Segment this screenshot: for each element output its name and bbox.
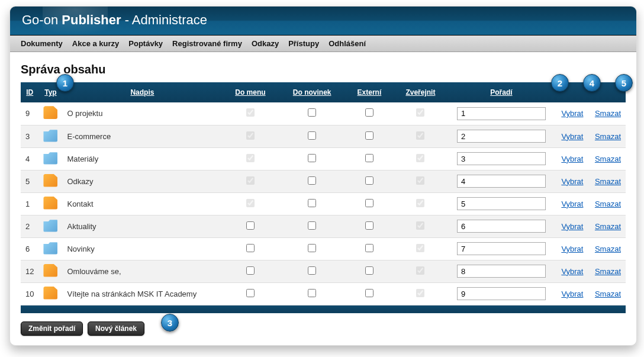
- pub-checkbox: [416, 266, 424, 275]
- delete-link[interactable]: Smazat: [595, 200, 621, 208]
- delete-link[interactable]: Smazat: [595, 267, 621, 276]
- delete-link[interactable]: Smazat: [595, 109, 621, 118]
- callout-1: 1: [56, 74, 74, 92]
- order-input[interactable]: [457, 287, 546, 300]
- cell-pub: [393, 282, 448, 305]
- cell-order: [448, 125, 555, 147]
- select-link[interactable]: Vybrat: [561, 177, 583, 186]
- nav-item-2[interactable]: Poptávky: [128, 39, 163, 48]
- select-link[interactable]: Vybrat: [561, 267, 583, 276]
- cell-news: [278, 282, 346, 305]
- ext-checkbox[interactable]: [365, 244, 373, 252]
- ext-checkbox[interactable]: [365, 289, 373, 297]
- delete-link[interactable]: Smazat: [595, 245, 621, 253]
- order-input[interactable]: [457, 152, 546, 165]
- select-link[interactable]: Vybrat: [561, 245, 583, 253]
- table-row: 5OdkazyVybratSmazat: [21, 170, 626, 192]
- ext-checkbox[interactable]: [365, 221, 373, 230]
- news-checkbox[interactable]: [308, 221, 316, 230]
- order-input[interactable]: [457, 220, 546, 233]
- cell-id: 4: [21, 147, 38, 170]
- news-checkbox[interactable]: [308, 108, 316, 117]
- order-input[interactable]: [457, 197, 546, 210]
- nav-item-1[interactable]: Akce a kurzy: [72, 39, 120, 48]
- nav-bar: DokumentyAkce a kurzyPoptávkyRegistrovan…: [10, 36, 636, 52]
- menu-checkbox[interactable]: [246, 221, 255, 230]
- cell-ext: [346, 192, 393, 215]
- nav-item-3[interactable]: Registrované firmy: [172, 39, 242, 48]
- cell-news: [278, 147, 346, 170]
- document-icon: [43, 264, 57, 277]
- cell-title: Odkazy: [62, 170, 222, 192]
- ext-checkbox[interactable]: [365, 131, 373, 140]
- col-news[interactable]: Do novinek: [278, 82, 346, 102]
- col-publish[interactable]: Zveřejnit: [393, 82, 448, 102]
- delete-link[interactable]: Smazat: [595, 177, 621, 186]
- ext-checkbox[interactable]: [365, 199, 373, 207]
- delete-link[interactable]: Smazat: [595, 222, 621, 231]
- cell-delete: Smazat: [590, 170, 626, 192]
- col-id[interactable]: ID: [21, 82, 38, 102]
- order-input[interactable]: [457, 107, 546, 120]
- order-input[interactable]: [457, 242, 546, 255]
- pub-checkbox: [416, 289, 424, 297]
- cell-pub: [393, 147, 448, 170]
- news-checkbox[interactable]: [308, 289, 316, 297]
- select-link[interactable]: Vybrat: [561, 109, 583, 118]
- cell-title: Aktuality: [62, 215, 222, 237]
- ext-checkbox[interactable]: [365, 266, 373, 275]
- menu-checkbox[interactable]: [246, 289, 255, 297]
- news-checkbox[interactable]: [308, 244, 316, 252]
- cell-ext: [346, 170, 393, 192]
- cell-id: 12: [21, 260, 38, 282]
- col-external[interactable]: Externí: [346, 82, 393, 102]
- delete-link[interactable]: Smazat: [595, 290, 621, 298]
- nav-item-4[interactable]: Odkazy: [252, 39, 279, 48]
- callout-4: 4: [583, 74, 601, 92]
- ext-checkbox[interactable]: [365, 154, 373, 162]
- news-checkbox[interactable]: [308, 131, 316, 140]
- news-checkbox[interactable]: [308, 266, 316, 275]
- menu-checkbox[interactable]: [246, 266, 255, 275]
- reorder-button[interactable]: Změnit pořadí: [21, 321, 83, 336]
- nav-item-0[interactable]: Dokumenty: [21, 39, 63, 48]
- delete-link[interactable]: Smazat: [595, 132, 621, 141]
- select-link[interactable]: Vybrat: [561, 132, 583, 141]
- brand-1: Go-on: [22, 12, 62, 27]
- cell-type: [38, 147, 62, 170]
- brand-2: Publisher: [62, 12, 121, 27]
- news-checkbox[interactable]: [308, 176, 316, 185]
- document-icon: [43, 287, 57, 300]
- table-row: 2AktualityVybratSmazat: [21, 215, 626, 237]
- cell-menu: [222, 237, 278, 260]
- cell-order: [448, 147, 555, 170]
- news-checkbox[interactable]: [308, 154, 316, 162]
- new-article-button[interactable]: Nový článek: [88, 321, 144, 336]
- select-link[interactable]: Vybrat: [561, 200, 583, 208]
- menu-checkbox[interactable]: [246, 244, 255, 252]
- delete-link[interactable]: Smazat: [595, 155, 621, 163]
- select-link[interactable]: Vybrat: [561, 155, 583, 163]
- nav-item-6[interactable]: Odhlášení: [329, 39, 366, 48]
- cell-order: [448, 282, 555, 305]
- news-checkbox[interactable]: [308, 199, 316, 207]
- cell-select: Vybrat: [555, 192, 590, 215]
- col-title[interactable]: Nadpis: [62, 82, 222, 102]
- cell-ext: [346, 102, 393, 125]
- ext-checkbox[interactable]: [365, 176, 373, 185]
- cell-delete: Smazat: [590, 102, 626, 125]
- ext-checkbox[interactable]: [365, 108, 373, 117]
- select-link[interactable]: Vybrat: [561, 222, 583, 231]
- document-icon: [43, 106, 57, 119]
- select-link[interactable]: Vybrat: [561, 290, 583, 298]
- table-row: 1KontaktVybratSmazat: [21, 192, 626, 215]
- cell-pub: [393, 215, 448, 237]
- order-input[interactable]: [457, 175, 546, 188]
- col-menu[interactable]: Do menu: [222, 82, 278, 102]
- nav-item-5[interactable]: Přístupy: [288, 39, 319, 48]
- table-footer-bar: [21, 305, 626, 313]
- order-input[interactable]: [457, 130, 546, 143]
- content-table: ID Typ Nadpis Do menu Do novinek Externí…: [21, 82, 626, 313]
- order-input[interactable]: [457, 265, 546, 278]
- col-order[interactable]: Pořadí: [448, 82, 555, 102]
